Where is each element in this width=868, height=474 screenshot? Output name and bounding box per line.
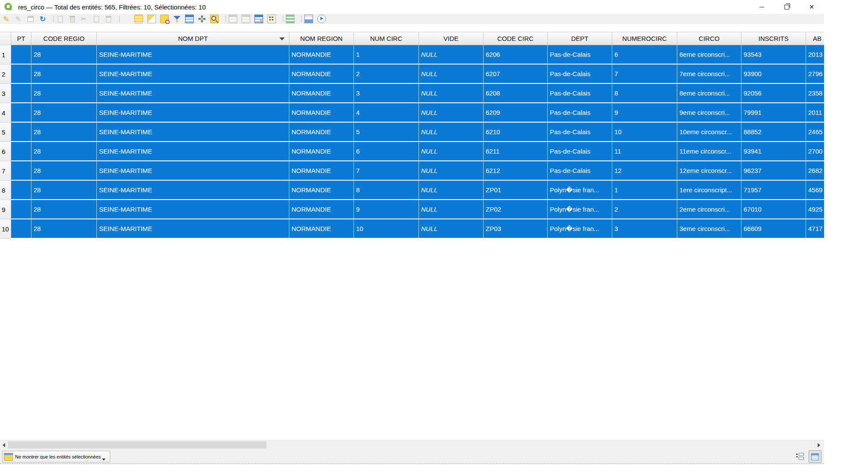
cell[interactable]: 4569 bbox=[806, 181, 824, 200]
cell[interactable]: 11eme circonscr... bbox=[677, 142, 741, 161]
cell[interactable]: SEINE-MARITIME bbox=[97, 103, 289, 123]
cell[interactable]: 9eme circonscri... bbox=[677, 103, 741, 123]
row-number[interactable]: 4 bbox=[0, 103, 11, 123]
minimize-button[interactable] bbox=[749, 0, 774, 14]
cell[interactable]: 6206 bbox=[484, 45, 548, 65]
cell[interactable]: 28 bbox=[31, 123, 97, 142]
row-number[interactable]: 8 bbox=[0, 181, 11, 200]
cell[interactable] bbox=[11, 219, 31, 239]
field-calculator-icon[interactable] bbox=[254, 15, 263, 23]
cell[interactable]: 3eme circonscri... bbox=[677, 219, 741, 239]
column-header-dept[interactable]: DEPT bbox=[548, 32, 612, 45]
cell[interactable]: 93543 bbox=[741, 45, 806, 65]
conditional-formatting-icon[interactable] bbox=[286, 15, 294, 23]
feature-filter-dropdown[interactable]: Ne montrer que les entités sélectionnées bbox=[2, 451, 110, 462]
cell[interactable]: 6 bbox=[354, 142, 419, 161]
copy-icon[interactable] bbox=[93, 15, 100, 23]
cell[interactable]: SEINE-MARITIME bbox=[97, 200, 289, 219]
column-header-code-circ[interactable]: CODE CIRC bbox=[484, 32, 548, 45]
cell[interactable]: 71957 bbox=[741, 181, 806, 200]
cell[interactable]: Pas-de-Calais bbox=[548, 123, 612, 142]
zoom-to-selection-icon[interactable] bbox=[210, 15, 219, 23]
cell[interactable] bbox=[11, 103, 31, 123]
column-header-ab[interactable]: AB bbox=[806, 32, 824, 45]
cell[interactable]: SEINE-MARITIME bbox=[97, 123, 289, 142]
cell[interactable]: 2013 bbox=[806, 45, 824, 65]
abacus-icon[interactable] bbox=[267, 15, 276, 23]
move-selection-top-icon[interactable] bbox=[185, 15, 194, 23]
cell[interactable]: 28 bbox=[31, 219, 97, 239]
delete-selected-icon[interactable] bbox=[68, 15, 76, 23]
cell[interactable]: 12 bbox=[612, 161, 677, 181]
cell[interactable]: NORMANDIE bbox=[289, 181, 354, 200]
cell[interactable]: Polyn�sie fran... bbox=[548, 219, 612, 239]
cell[interactable]: 2011 bbox=[806, 103, 824, 123]
cell[interactable] bbox=[11, 84, 31, 103]
row-header-corner[interactable] bbox=[0, 32, 11, 45]
cell[interactable]: 3 bbox=[354, 84, 419, 103]
deselect-all-icon[interactable] bbox=[160, 15, 169, 23]
cell[interactable]: 8eme circonscri... bbox=[677, 84, 741, 103]
cell[interactable]: 93941 bbox=[741, 142, 806, 161]
cell[interactable]: NULL bbox=[419, 103, 484, 123]
cell[interactable]: 9 bbox=[612, 103, 677, 123]
cell[interactable]: Pas-de-Calais bbox=[548, 103, 612, 123]
cell[interactable]: SEINE-MARITIME bbox=[97, 161, 289, 181]
cell[interactable]: SEINE-MARITIME bbox=[97, 142, 289, 161]
row-number[interactable]: 3 bbox=[0, 84, 11, 103]
cell[interactable]: 6211 bbox=[484, 142, 548, 161]
pan-to-selection-icon[interactable] bbox=[198, 15, 206, 23]
cell[interactable]: ZP01 bbox=[484, 181, 548, 200]
cell[interactable]: 2796 bbox=[806, 65, 824, 84]
cell[interactable] bbox=[11, 65, 31, 84]
cell[interactable]: NORMANDIE bbox=[289, 123, 354, 142]
cell[interactable]: 28 bbox=[31, 200, 97, 219]
cell[interactable]: 28 bbox=[31, 45, 97, 65]
cell[interactable]: 79991 bbox=[741, 103, 806, 123]
cell[interactable]: 2682 bbox=[806, 161, 824, 181]
cell[interactable]: 4717 bbox=[806, 219, 824, 239]
cell[interactable]: 28 bbox=[31, 142, 97, 161]
cell[interactable]: 12eme circonscr... bbox=[677, 161, 741, 181]
table-view-button[interactable] bbox=[809, 450, 822, 463]
cell[interactable]: 10 bbox=[354, 219, 419, 239]
cell[interactable]: Pas-de-Calais bbox=[548, 84, 612, 103]
cell[interactable]: 10 bbox=[612, 123, 677, 142]
add-feature-icon[interactable] bbox=[56, 15, 64, 23]
cell[interactable] bbox=[11, 142, 31, 161]
cell[interactable]: 4925 bbox=[806, 200, 824, 219]
cell[interactable]: NORMANDIE bbox=[289, 161, 354, 181]
cell[interactable]: 1 bbox=[612, 181, 677, 200]
cell[interactable]: 2 bbox=[354, 65, 419, 84]
cell[interactable]: NORMANDIE bbox=[289, 65, 354, 84]
column-header-pt[interactable]: PT bbox=[11, 32, 31, 45]
cell[interactable]: 96237 bbox=[741, 161, 806, 181]
cell[interactable]: 28 bbox=[31, 103, 97, 123]
cell[interactable]: 11 bbox=[612, 142, 677, 161]
cell[interactable]: Pas-de-Calais bbox=[548, 142, 612, 161]
cell[interactable]: 10eme circonscr... bbox=[677, 123, 741, 142]
cell[interactable]: 8 bbox=[612, 84, 677, 103]
column-header-circo[interactable]: CIRCO bbox=[677, 32, 741, 45]
cell[interactable]: 28 bbox=[31, 181, 97, 200]
actions-icon[interactable] bbox=[317, 15, 326, 23]
cell[interactable]: SEINE-MARITIME bbox=[97, 45, 289, 65]
column-header-code-regio[interactable]: CODE REGIO bbox=[31, 32, 97, 45]
cell[interactable]: NORMANDIE bbox=[289, 84, 354, 103]
cell[interactable]: Pas-de-Calais bbox=[548, 45, 612, 65]
cell[interactable]: 6212 bbox=[484, 161, 548, 181]
cell[interactable]: SEINE-MARITIME bbox=[97, 181, 289, 200]
cell[interactable] bbox=[11, 200, 31, 219]
toggle-editing-icon[interactable] bbox=[3, 15, 10, 23]
cut-icon[interactable] bbox=[81, 15, 88, 23]
cell[interactable]: 92056 bbox=[741, 84, 806, 103]
select-all-icon[interactable] bbox=[134, 15, 143, 23]
cell[interactable]: NULL bbox=[419, 181, 484, 200]
cell[interactable]: 6208 bbox=[484, 84, 548, 103]
cell[interactable] bbox=[11, 123, 31, 142]
cell[interactable]: ZP03 bbox=[484, 219, 548, 239]
cell[interactable]: 2 bbox=[612, 200, 677, 219]
cell[interactable]: SEINE-MARITIME bbox=[97, 219, 289, 239]
column-header-num-circ[interactable]: NUM CIRC bbox=[354, 32, 419, 45]
cell[interactable]: 8 bbox=[354, 181, 419, 200]
